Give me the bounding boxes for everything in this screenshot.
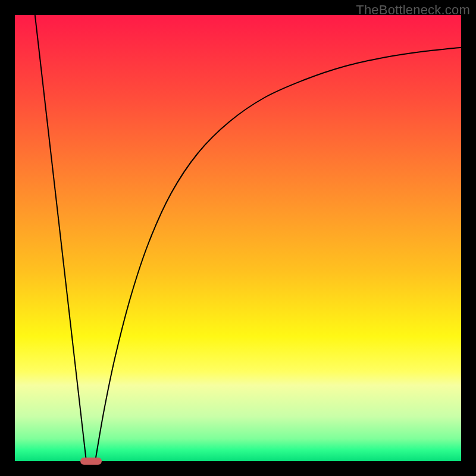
chart-background <box>15 15 461 461</box>
floor-marker <box>80 458 102 465</box>
chart-plot-area <box>15 15 461 461</box>
chart-frame: TheBottleneck.com <box>0 0 476 476</box>
watermark-text: TheBottleneck.com <box>356 2 470 18</box>
